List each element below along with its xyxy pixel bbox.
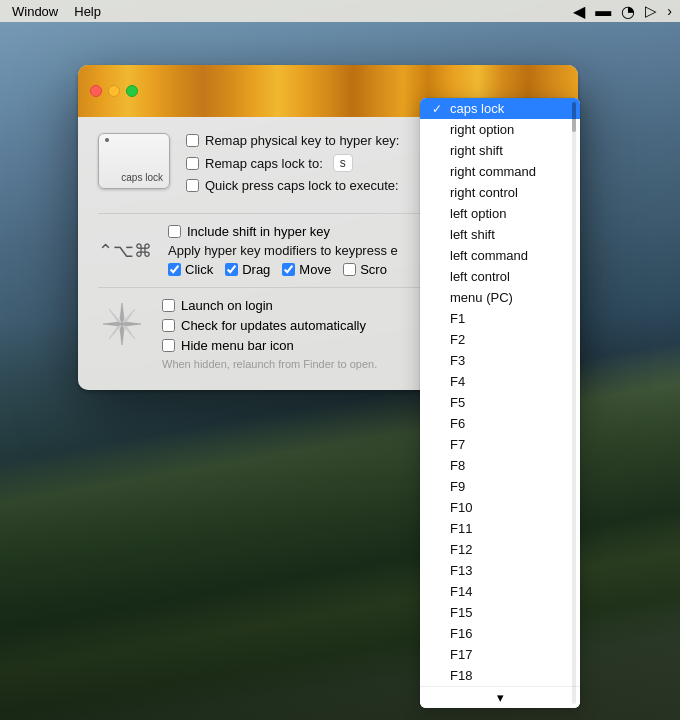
click-label: Click — [185, 262, 213, 277]
dropdown-item-f1[interactable]: F1 — [420, 308, 580, 329]
dropdown-item-label: caps lock — [450, 101, 504, 116]
dropdown-item-label: F11 — [450, 521, 472, 536]
menubar-right: ◀ ▬ ◔ ▷ › — [573, 2, 672, 21]
scrollbar-track — [572, 102, 576, 704]
key-label: caps lock — [121, 172, 163, 183]
hide-menu-bar-label: Hide menu bar icon — [181, 338, 294, 353]
minimize-button[interactable] — [108, 85, 120, 97]
launch-login-checkbox[interactable] — [162, 299, 175, 312]
modifier-symbols: ⌃⌥⌘ — [98, 240, 152, 262]
dropdown-item-f4[interactable]: F4 — [420, 371, 580, 392]
dropdown-item-f15[interactable]: F15 — [420, 602, 580, 623]
sparkle-icon — [98, 298, 146, 350]
maximize-button[interactable] — [126, 85, 138, 97]
dropdown-item-label: F14 — [450, 584, 472, 599]
dropdown-item-f9[interactable]: F9 — [420, 476, 580, 497]
dropdown-item-f18[interactable]: F18 — [420, 665, 580, 686]
dropdown-item-caps-lock[interactable]: ✓caps lock — [420, 98, 580, 119]
dropdown-item-f6[interactable]: F6 — [420, 413, 580, 434]
dropdown-item-right-option[interactable]: right option — [420, 119, 580, 140]
dropdown-item-left-option[interactable]: left option — [420, 203, 580, 224]
close-button[interactable] — [90, 85, 102, 97]
dropdown-item-f11[interactable]: F11 — [420, 518, 580, 539]
remap-physical-label: Remap physical key to hyper key: — [205, 133, 399, 148]
dropdown-item-label: F10 — [450, 500, 472, 515]
dropdown-item-label: F4 — [450, 374, 465, 389]
dropdown-item-label: menu (PC) — [450, 290, 513, 305]
remap-caps-value: s — [333, 154, 353, 172]
dropdown-item-f2[interactable]: F2 — [420, 329, 580, 350]
dropdown-item-right-shift[interactable]: right shift — [420, 140, 580, 161]
chevron-right-icon[interactable]: › — [667, 3, 672, 19]
scroll-label: Scro — [360, 262, 387, 277]
move-checkbox-item: Move — [282, 262, 331, 277]
dropdown-item-f5[interactable]: F5 — [420, 392, 580, 413]
dropdown-item-label: F18 — [450, 668, 472, 683]
check-updates-label: Check for updates automatically — [181, 318, 366, 333]
move-checkbox[interactable] — [282, 263, 295, 276]
scroll-checkbox[interactable] — [343, 263, 356, 276]
include-shift-checkbox[interactable] — [168, 225, 181, 238]
dropdown-item-menu-(pc)[interactable]: menu (PC) — [420, 287, 580, 308]
dropdown-item-f17[interactable]: F17 — [420, 644, 580, 665]
include-shift-label: Include shift in hyper key — [187, 224, 330, 239]
remap-physical-checkbox[interactable] — [186, 134, 199, 147]
send-icon[interactable]: ▷ — [645, 2, 657, 20]
chevron-down-icon: ▾ — [497, 690, 504, 705]
dropdown-item-right-control[interactable]: right control — [420, 182, 580, 203]
dropdown-item-label: F16 — [450, 626, 472, 641]
launch-login-label: Launch on login — [181, 298, 273, 313]
dropdown-menu: ✓caps lockright optionright shiftright c… — [420, 98, 580, 708]
dropdown-item-f10[interactable]: F10 — [420, 497, 580, 518]
check-updates-checkbox[interactable] — [162, 319, 175, 332]
dropdown-item-label: F1 — [450, 311, 465, 326]
dropdown-chevron[interactable]: ▾ — [420, 686, 580, 708]
dropdown-item-f7[interactable]: F7 — [420, 434, 580, 455]
terminal-icon[interactable]: ▬ — [595, 2, 611, 20]
scrollbar[interactable] — [570, 98, 578, 708]
dropdown-item-f3[interactable]: F3 — [420, 350, 580, 371]
move-label: Move — [299, 262, 331, 277]
dropdown-item-f16[interactable]: F16 — [420, 623, 580, 644]
dropdown-item-label: right control — [450, 185, 518, 200]
dropdown-item-label: F13 — [450, 563, 472, 578]
clock-icon[interactable]: ◔ — [621, 2, 635, 21]
menubar-items: Window Help — [12, 4, 101, 19]
dropdown-list: ✓caps lockright optionright shiftright c… — [420, 98, 580, 686]
dropdown-item-label: F15 — [450, 605, 472, 620]
dropdown-item-label: left shift — [450, 227, 495, 242]
menubar-window[interactable]: Window — [12, 4, 58, 19]
apply-hyper-label: Apply hyper key modifiers to keypress e — [168, 243, 398, 258]
drag-checkbox[interactable] — [225, 263, 238, 276]
menubar: Window Help ◀ ▬ ◔ ▷ › — [0, 0, 680, 22]
key-dot — [105, 138, 109, 142]
dropdown-item-left-shift[interactable]: left shift — [420, 224, 580, 245]
remap-caps-label: Remap caps lock to: — [205, 156, 323, 171]
dropdown-item-label: right option — [450, 122, 514, 137]
quick-press-checkbox[interactable] — [186, 179, 199, 192]
dropdown-item-label: F8 — [450, 458, 465, 473]
back-icon[interactable]: ◀ — [573, 2, 585, 21]
drag-label: Drag — [242, 262, 270, 277]
remap-caps-checkbox[interactable] — [186, 157, 199, 170]
dropdown-item-label: right shift — [450, 143, 503, 158]
dropdown-item-label: F17 — [450, 647, 472, 662]
hide-menu-bar-checkbox[interactable] — [162, 339, 175, 352]
dropdown-item-right-command[interactable]: right command — [420, 161, 580, 182]
dropdown-item-label: left control — [450, 269, 510, 284]
dropdown-item-f8[interactable]: F8 — [420, 455, 580, 476]
dropdown-item-f13[interactable]: F13 — [420, 560, 580, 581]
click-checkbox-item: Click — [168, 262, 213, 277]
dropdown-item-f12[interactable]: F12 — [420, 539, 580, 560]
scrollbar-thumb — [572, 102, 576, 132]
menubar-help[interactable]: Help — [74, 4, 101, 19]
dropdown-item-f14[interactable]: F14 — [420, 581, 580, 602]
dropdown-item-label: right command — [450, 164, 536, 179]
dropdown-item-left-command[interactable]: left command — [420, 245, 580, 266]
caps-lock-key-icon: caps lock — [98, 133, 170, 189]
dropdown-item-label: F2 — [450, 332, 465, 347]
dropdown-item-label: left command — [450, 248, 528, 263]
dropdown-item-left-control[interactable]: left control — [420, 266, 580, 287]
click-checkbox[interactable] — [168, 263, 181, 276]
dropdown-item-label: F7 — [450, 437, 465, 452]
